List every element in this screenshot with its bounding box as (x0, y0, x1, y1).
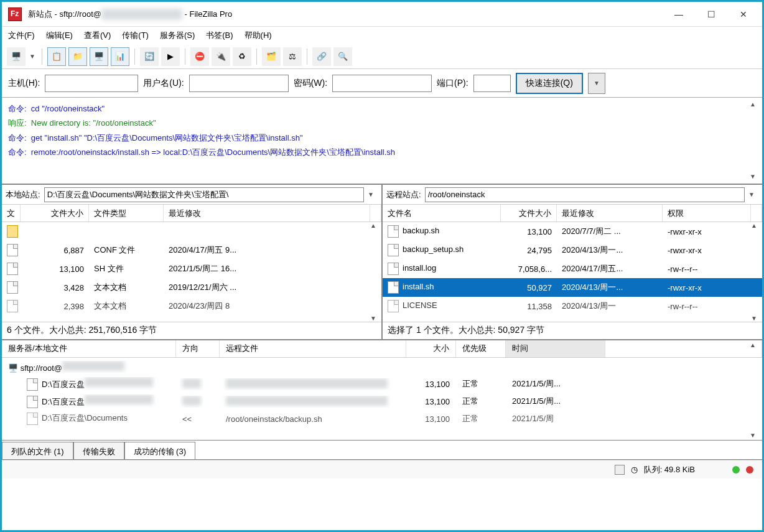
file-icon (388, 300, 399, 312)
col-name[interactable]: 文 (2, 205, 21, 222)
local-pane: 本地站点: ▼ 文 文件大小 文件类型 最近修改 6,887CONF 文件202… (2, 185, 383, 339)
tab-failed[interactable]: 传输失败 (73, 442, 124, 459)
qcol-time[interactable]: 时间 (506, 340, 605, 357)
queue-server-row: 🖥️ sftp://root@ (2, 358, 762, 375)
cancel-button[interactable]: ⛔ (190, 47, 209, 66)
list-item: backup.sh13,1002020/7/7/周二 ...-rwxr-xr-x (383, 222, 762, 241)
transfer-queue[interactable]: 服务器/本地文件 方向 远程文件 大小 优先级 时间 🖥️ sftp://roo… (2, 340, 762, 440)
col-type[interactable]: 文件类型 (89, 205, 164, 222)
qcol-size[interactable]: 大小 (406, 340, 456, 357)
message-log[interactable]: 命令: cd "/root/oneinstack" 响应: New direct… (2, 98, 762, 185)
host-blurred (101, 9, 182, 20)
refresh-button[interactable]: 🔄 (140, 47, 159, 66)
titlebar: 新站点 - sftp://root@ - FileZilla Pro — ☐ ✕ (2, 2, 762, 27)
col-mod[interactable]: 最近修改 (164, 205, 370, 222)
menu-view[interactable]: 查看(V) (84, 30, 111, 41)
toolbar: 🖥️ ▼ 📋 📁 🖥️ 📊 🔄 ▶ ⛔ 🔌 ♻ 🗂️ ⚖ 🔗 🔍 (2, 44, 762, 69)
reconnect-button[interactable]: ♻ (233, 47, 251, 66)
queue-row: D:\百度云盘 13,100 正常 2021/1/5/周... (2, 375, 762, 393)
window-title: 新站点 - sftp://root@ - FileZilla Pro (28, 8, 232, 20)
toggle-remotetree-button[interactable]: 🖥️ (90, 47, 108, 66)
menubar: 文件(F) 编辑(E) 查看(V) 传输(T) 服务器(S) 书签(B) 帮助(… (2, 27, 762, 44)
port-label: 端口(P): (437, 78, 468, 89)
list-item (2, 222, 381, 241)
disconnect-button[interactable]: 🔌 (212, 47, 230, 66)
file-icon (388, 225, 399, 238)
sitemanager-button[interactable]: 🖥️ (7, 47, 26, 66)
file-icon (7, 300, 18, 312)
file-icon (27, 413, 38, 425)
queue-row: D:\百度云盘\Documents << /root/oneinstack/ba… (2, 410, 762, 427)
tab-successful[interactable]: 成功的传输 (3) (124, 442, 196, 459)
speedlimit-icon[interactable]: ◷ (631, 465, 638, 474)
log-scroll-down-icon[interactable]: ▼ (750, 171, 756, 182)
toggle-localtree-button[interactable]: 📁 (68, 47, 87, 66)
file-icon (7, 263, 18, 275)
col-mod[interactable]: 最近修改 (557, 205, 663, 222)
file-icon (27, 378, 38, 391)
menu-edit[interactable]: 编辑(E) (46, 30, 73, 41)
qcol-remote[interactable]: 远程文件 (220, 340, 406, 357)
file-icon (7, 244, 18, 256)
list-item: LICENSE11,3582020/4/13/周一-rw-r--r-- (383, 297, 762, 315)
list-item: backup_setup.sh24,7952020/4/13/周一...-rwx… (383, 241, 762, 259)
user-input[interactable] (189, 75, 289, 92)
pass-label: 密码(W): (294, 78, 327, 89)
remote-file-list[interactable]: backup.sh13,1002020/7/7/周二 ...-rwxr-xr-x… (383, 222, 762, 322)
scroll-down-icon[interactable]: ▼ (370, 315, 376, 322)
tab-queued[interactable]: 列队的文件 (1) (2, 442, 73, 459)
log-scroll-up-icon[interactable]: ▲ (750, 99, 756, 110)
menu-server[interactable]: 服务器(S) (160, 30, 195, 41)
col-perm[interactable]: 权限 (663, 205, 751, 222)
process-queue-button[interactable]: ▶ (161, 47, 180, 66)
scroll-up-icon[interactable]: ▲ (750, 342, 756, 348)
file-icon (388, 244, 399, 256)
list-item: 2,398文本文档2020/4/23/周四 8 (2, 297, 381, 315)
host-label: 主机(H): (8, 78, 40, 89)
close-button[interactable]: ✕ (727, 4, 760, 25)
col-size[interactable]: 文件大小 (21, 205, 89, 222)
menu-file[interactable]: 文件(F) (8, 30, 35, 41)
sitemanager-dropdown[interactable]: ▼ (28, 53, 37, 60)
local-path-dropdown-icon[interactable]: ▼ (368, 191, 374, 198)
quickconnect-button[interactable]: 快速连接(Q) (516, 73, 583, 94)
list-item: 6,887CONF 文件2020/4/17/周五 9... (2, 241, 381, 259)
lock-icon[interactable] (615, 465, 625, 475)
qcol-dir[interactable]: 方向 (176, 340, 220, 357)
list-item: 13,100SH 文件2021/1/5/周二 16... (2, 259, 381, 278)
toggle-log-button[interactable]: 📋 (47, 47, 66, 66)
search-button[interactable]: 🔍 (333, 47, 352, 66)
local-file-list[interactable]: 6,887CONF 文件2020/4/17/周五 9... 13,100SH 文… (2, 222, 381, 322)
menu-bookmarks[interactable]: 书签(B) (206, 30, 233, 41)
host-input[interactable] (45, 75, 138, 92)
port-input[interactable] (473, 75, 511, 92)
quickconnect-dropdown[interactable]: ▼ (588, 73, 605, 94)
qcol-prio[interactable]: 优先级 (456, 340, 506, 357)
list-item: install.log7,058,6...2020/4/17/周五...-rw-… (383, 259, 762, 278)
menu-transfer[interactable]: 传输(T) (122, 30, 149, 41)
col-name[interactable]: 文件名 (383, 205, 501, 222)
toggle-queue-button[interactable]: 📊 (111, 47, 129, 66)
statusbar: ◷ 队列: 49.8 KiB (2, 460, 762, 478)
pass-input[interactable] (332, 75, 432, 92)
maximize-button[interactable]: ☐ (695, 4, 727, 25)
qcol-server[interactable]: 服务器/本地文件 (2, 340, 176, 357)
local-site-label: 本地站点: (6, 189, 40, 200)
filter-button[interactable]: 🗂️ (262, 47, 281, 66)
minimize-button[interactable]: — (663, 4, 695, 25)
remote-path-input[interactable] (425, 187, 745, 202)
local-path-input[interactable] (44, 187, 364, 202)
list-item: 3,428文本文档2019/12/21/周六 ... (2, 278, 381, 297)
scroll-down-icon[interactable]: ▼ (750, 432, 756, 439)
menu-help[interactable]: 帮助(H) (245, 30, 272, 41)
remote-path-dropdown-icon[interactable]: ▼ (748, 191, 755, 198)
scroll-up-icon[interactable]: ▲ (370, 222, 376, 229)
col-size[interactable]: 文件大小 (501, 205, 557, 222)
compare-button[interactable]: ⚖ (283, 47, 302, 66)
sync-browse-button[interactable]: 🔗 (312, 47, 331, 66)
remote-headers: 文件名 文件大小 最近修改 权限 (383, 205, 762, 222)
file-icon (7, 281, 18, 294)
scroll-up-icon[interactable]: ▲ (751, 222, 757, 229)
queue-row: D:\百度云盘 13,100 正常 2021/1/5/周... (2, 393, 762, 410)
scroll-down-icon[interactable]: ▼ (751, 315, 757, 322)
